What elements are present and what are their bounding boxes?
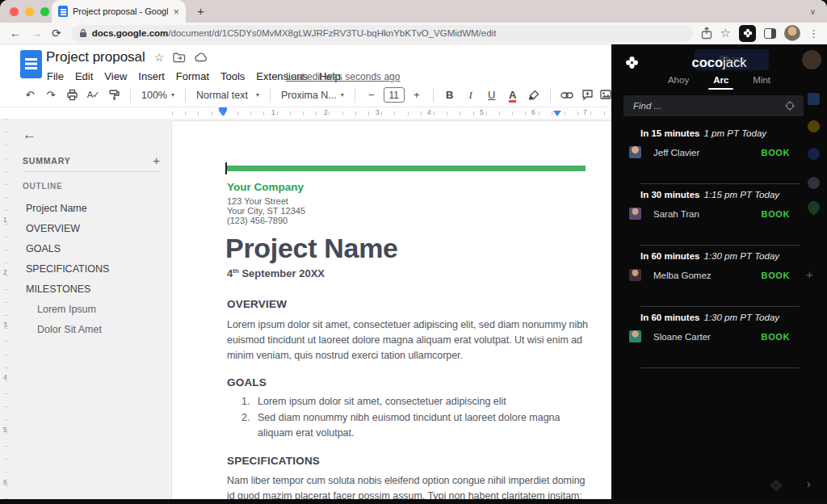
- left-indent-marker[interactable]: [219, 111, 227, 116]
- book-button[interactable]: BOOK: [762, 271, 790, 280]
- underline-button[interactable]: U: [483, 86, 501, 104]
- outline-sidebar: ← SUMMARY + OUTLINE Project NameOVERVIEW…: [11, 119, 166, 499]
- slot-time-label: In 30 minutes1:15 pm PT Today: [640, 190, 800, 200]
- clover-icon: [743, 28, 753, 38]
- outline-item[interactable]: OVERVIEW: [23, 218, 165, 238]
- window-controls[interactable]: [10, 7, 49, 16]
- book-button[interactable]: BOOK: [762, 148, 790, 158]
- side-panel-icon[interactable]: [764, 28, 776, 39]
- browser-tab[interactable]: Project proposal - Google Docs ×: [52, 0, 186, 23]
- menu-item[interactable]: Edit: [70, 69, 98, 84]
- vertical-ruler: 123456: [0, 119, 11, 499]
- minimize-window-button[interactable]: [25, 7, 34, 16]
- spelling-check-button[interactable]: A✓: [84, 86, 102, 104]
- cloud-saved-icon: [195, 52, 208, 62]
- ruler-number: 6: [531, 108, 535, 116]
- goal-item: Sed diam nonummy nibh euismod tincidunt …: [253, 410, 566, 442]
- browser-menu-icon[interactable]: ⋮: [808, 27, 819, 40]
- redo-button[interactable]: ↷: [42, 86, 60, 104]
- address-bar[interactable]: docs.google.com/document/d/1C5DYs0MvMX8g…: [71, 25, 693, 42]
- tab-close-icon[interactable]: ×: [173, 6, 179, 17]
- url-text: docs.google.com/document/d/1C5DYs0MvMX8g…: [92, 28, 497, 38]
- contact-avatar: [629, 269, 641, 281]
- tab-strip: Project proposal - Google Docs × + ∨: [0, 0, 827, 23]
- panel-tab[interactable]: Arc: [712, 72, 730, 90]
- menu-item[interactable]: View: [99, 69, 132, 84]
- ruler-number: 3: [3, 321, 7, 329]
- text-color-button[interactable]: A: [509, 87, 516, 103]
- move-to-folder-icon[interactable]: [173, 52, 186, 63]
- google-docs-logo[interactable]: [20, 50, 42, 78]
- bookmark-star-icon[interactable]: ☆: [720, 26, 731, 40]
- outline-item[interactable]: Dolor Sit Amet: [23, 319, 165, 339]
- paint-format-button[interactable]: [105, 86, 123, 104]
- font-size-decrease-button[interactable]: −: [363, 86, 380, 104]
- share-icon[interactable]: [701, 27, 712, 40]
- slot-time-label: In 60 minutes1:30 pm PT Today: [640, 313, 800, 322]
- zoom-window-button[interactable]: [40, 7, 49, 16]
- reload-button[interactable]: ⟳: [52, 27, 61, 40]
- menu-item[interactable]: Format: [171, 69, 214, 84]
- outline-item[interactable]: Project Name: [23, 198, 165, 218]
- menu-item[interactable]: File: [42, 69, 69, 84]
- document-title[interactable]: Project proposal: [46, 49, 145, 65]
- cocojack-panel: Share + › cocojack AhoyArcMint: [611, 44, 827, 504]
- font-size-input[interactable]: 11: [384, 87, 405, 103]
- cocojack-extension-button[interactable]: [739, 25, 756, 42]
- outline-list: Project NameOVERVIEWGOALSSPECIFICATIONSM…: [23, 198, 165, 339]
- book-button[interactable]: BOOK: [762, 209, 790, 219]
- document-page[interactable]: Your Company 123 Your Street Your City, …: [172, 121, 642, 499]
- ruler-number: 4: [3, 373, 7, 381]
- undo-button[interactable]: ↶: [21, 86, 39, 104]
- company-name: Your Company: [227, 181, 304, 193]
- profile-avatar[interactable]: [784, 25, 800, 41]
- doc-date: 4th September 20XX: [227, 267, 325, 279]
- panel-tab[interactable]: Ahoy: [666, 72, 691, 90]
- panel-tab[interactable]: Mint: [751, 72, 772, 90]
- booking-slot: In 30 minutes1:15 pm PT Today Sarah Tran…: [611, 184, 827, 246]
- contact-avatar: [629, 330, 641, 342]
- tab-title: Project proposal - Google Docs: [73, 6, 168, 16]
- add-summary-button[interactable]: +: [153, 153, 160, 167]
- summary-label: SUMMARY: [23, 156, 70, 166]
- font-size-increase-button[interactable]: +: [408, 86, 426, 104]
- font-select[interactable]: Proxima N...▾: [278, 86, 347, 104]
- find-input[interactable]: [623, 95, 804, 116]
- new-tab-button[interactable]: +: [197, 4, 204, 18]
- print-button[interactable]: [63, 86, 81, 104]
- outline-item[interactable]: GOALS: [23, 238, 165, 258]
- add-comment-button[interactable]: [579, 86, 597, 104]
- ghost-clover-icon: [770, 479, 783, 492]
- ruler-number: 7: [583, 108, 587, 116]
- zoom-select[interactable]: 100%▾: [138, 86, 178, 104]
- back-button[interactable]: ←: [10, 27, 21, 40]
- target-icon[interactable]: [784, 100, 796, 111]
- star-document-icon[interactable]: ☆: [154, 51, 165, 64]
- divider: [640, 368, 800, 368]
- highlight-color-button[interactable]: [525, 86, 543, 104]
- docs-favicon: [58, 6, 68, 17]
- right-indent-marker[interactable]: [553, 111, 561, 116]
- last-edit-link[interactable]: Last edit was seconds ago: [286, 71, 400, 82]
- bold-button[interactable]: B: [441, 86, 459, 104]
- ruler-number: 6: [3, 478, 7, 486]
- outline-item[interactable]: Lorem Ipsum: [23, 299, 165, 319]
- browser-toolbar: ← → ⟳ docs.google.com/document/d/1C5DYs0…: [0, 23, 827, 44]
- overview-heading: OVERVIEW: [227, 298, 287, 310]
- panel-tabs: AhoyArcMint: [611, 72, 827, 90]
- paragraph-style-select[interactable]: Normal text▾: [193, 86, 262, 104]
- menu-item[interactable]: Tools: [216, 69, 250, 84]
- booking-slot: In 15 minutes1 pm PT Today Jeff Clavier …: [611, 123, 827, 184]
- italic-button[interactable]: I: [462, 86, 480, 104]
- outline-item[interactable]: MILESTONES: [23, 279, 165, 299]
- outline-item[interactable]: SPECIFICATIONS: [23, 258, 165, 279]
- cocojack-clover-icon[interactable]: [625, 56, 639, 69]
- book-button[interactable]: BOOK: [762, 332, 790, 342]
- tab-search-chevron-icon[interactable]: ∨: [810, 7, 816, 16]
- menu-item[interactable]: Insert: [133, 69, 170, 84]
- close-outline-icon[interactable]: ←: [23, 127, 36, 143]
- contact-name: Sloane Carter: [653, 332, 711, 342]
- goals-heading: GOALS: [227, 376, 267, 388]
- close-window-button[interactable]: [10, 7, 19, 16]
- insert-link-button[interactable]: [558, 86, 576, 104]
